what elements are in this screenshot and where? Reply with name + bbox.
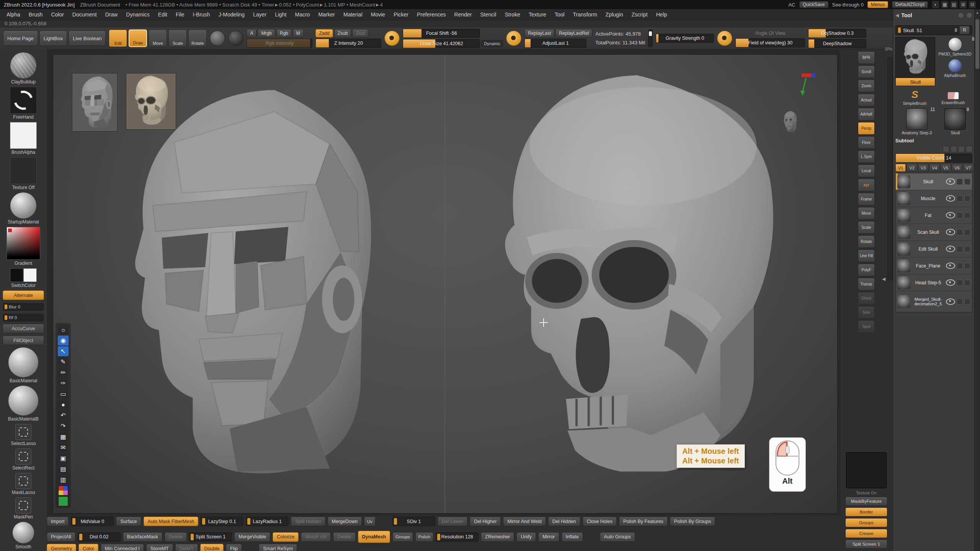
subtool-tab-v7[interactable]: V7 (963, 164, 973, 172)
uv-icon[interactable] (964, 298, 970, 305)
bulb-icon[interactable]: ☼ (58, 325, 69, 335)
menu-item[interactable]: Light (271, 10, 291, 19)
polypaint-icon[interactable] (957, 229, 963, 235)
uv-icon[interactable] (964, 212, 970, 218)
vertical-mini-slider[interactable] (648, 29, 653, 47)
auto-mask-fibermesh-button[interactable]: Auto Mask FiberMesh (144, 517, 199, 526)
local-button[interactable]: Local (858, 165, 875, 177)
visibility-eye-icon[interactable] (946, 279, 955, 286)
menu-item[interactable]: Stencil (476, 10, 500, 19)
lazyradius-slider[interactable]: LazyRadius 1 (246, 517, 289, 526)
subtool-row[interactable]: Edit Skull (896, 241, 972, 258)
inflate-button[interactable]: Inflate (562, 532, 583, 542)
alternate-button[interactable]: Alternate (1, 290, 46, 300)
brush-claybuildup[interactable]: ClayBuildup (1, 52, 46, 85)
menu-item[interactable]: Material (339, 10, 367, 19)
midvalue-slider[interactable]: MidValue 0 (71, 517, 114, 526)
texture-preview[interactable] (846, 452, 887, 488)
rotate-button[interactable]: Rotate (858, 235, 875, 248)
del-lower-button[interactable]: Del Lower (438, 517, 467, 526)
subtool-paint-icon[interactable] (951, 146, 957, 152)
subtool-uv-icon[interactable] (958, 146, 965, 152)
objshadow-slider[interactable]: ObjShadow 0.3 (808, 29, 866, 38)
spix-slider[interactable]: SPix 3 (887, 57, 893, 280)
morph-uv-button[interactable]: Morph UV (301, 532, 331, 542)
subtool-tab-v3[interactable]: V3 (918, 164, 928, 172)
texture-on-button[interactable]: Texture On (856, 491, 877, 495)
polish-by-features-button[interactable]: Polish By Features (619, 517, 668, 526)
visibility-eye-icon[interactable] (946, 246, 955, 252)
expand-icon[interactable]: ⊞ (959, 1, 967, 8)
palette-config-icon[interactable]: ▦ (941, 1, 949, 8)
dot-icon[interactable]: ● (58, 400, 69, 410)
select-rect[interactable]: SelectRect (1, 448, 46, 471)
lsym-button[interactable]: L.Sym (858, 150, 875, 163)
replay-last-button[interactable]: ReplayLast (524, 29, 554, 37)
subtool-tab-v4[interactable]: V4 (929, 164, 939, 172)
brush-smooth[interactable]: Smooth (1, 522, 46, 549)
uv-icon[interactable] (964, 280, 970, 286)
visibility-eye-icon[interactable] (946, 195, 955, 202)
delete-uv-button[interactable]: Delete (333, 532, 355, 542)
alpha-brushalpha[interactable]: BrushAlpha (1, 122, 46, 155)
dynamesh-button[interactable]: DynaMesh (358, 531, 390, 543)
dynamic-toggle[interactable]: Dynamic (481, 40, 503, 47)
colorize-button[interactable]: Colorize (273, 532, 299, 542)
anatomy-tool-slot[interactable]: 11 Anatomy Step-3 (902, 108, 932, 135)
menu-item[interactable]: Layer (249, 10, 271, 19)
alphabrush-slot[interactable]: AlphaBrush (944, 59, 966, 78)
menu-item[interactable]: Render (450, 10, 476, 19)
actual-button[interactable]: Actual (858, 94, 875, 106)
menu-item[interactable]: Draw (101, 10, 122, 19)
menu-item[interactable]: Edit (154, 10, 172, 19)
tool-r-button[interactable]: R (959, 26, 970, 34)
menu-item[interactable]: Alpha (2, 10, 24, 19)
visibility-eye-icon[interactable] (946, 229, 955, 235)
scroll-button[interactable]: Scroll (858, 65, 875, 78)
uv-icon[interactable] (964, 263, 970, 269)
subtool-all-eye-icon[interactable] (943, 146, 949, 152)
scroll-arrow-icon[interactable]: ▲ (975, 11, 980, 15)
line-fill-button[interactable]: Line Fill (858, 249, 875, 262)
auto-groups-button[interactable]: Auto Groups (600, 532, 635, 542)
cursor-icon[interactable]: ↖ (58, 346, 69, 356)
visible-count-slider[interactable]: Visible Count 14 (895, 153, 972, 163)
projectall-button[interactable]: ProjectAll (47, 532, 75, 542)
spotlight-button[interactable]: Spot (858, 320, 875, 333)
see-through-slider[interactable]: See-through 0 (832, 2, 864, 8)
polypaint-icon[interactable] (957, 179, 963, 185)
menu-item[interactable]: Movie (367, 10, 389, 19)
eraser-icon[interactable]: ▭ (58, 389, 69, 399)
crease-group-button[interactable]: Crease (845, 529, 887, 538)
subtool-folder-icon[interactable] (966, 146, 972, 152)
stroke-freehand[interactable]: FreeHand (1, 87, 46, 120)
menu-item[interactable]: Marker (314, 10, 339, 19)
m-toggle[interactable]: M (293, 29, 304, 37)
aahalf-button[interactable]: AAHalf (858, 108, 875, 121)
flip-button[interactable]: Flip (226, 544, 242, 551)
subtool-tab-v5[interactable]: V5 (941, 164, 951, 172)
menu-item[interactable]: Help (652, 10, 671, 19)
alpha-icon[interactable] (228, 31, 243, 46)
zsub-toggle[interactable]: Zsub (334, 29, 351, 37)
floor-button[interactable]: Floor (858, 136, 875, 149)
maskbyfeature-button[interactable]: MaskByFeature (845, 497, 887, 506)
reference-thumbnail-2[interactable] (126, 73, 176, 130)
panel-pin-icon[interactable] (958, 12, 964, 18)
material-startup[interactable]: StartupMaterial (1, 192, 46, 225)
menu-item[interactable]: Stroke (500, 10, 524, 19)
menu-item[interactable]: I-Brush (189, 10, 214, 19)
panel-scrollbar[interactable]: ▲ (974, 9, 980, 551)
focal-shift-icon[interactable] (384, 31, 400, 46)
move-mode-button[interactable]: Move (149, 29, 167, 47)
material-basicmaterialb[interactable]: BasicMaterialB (1, 386, 46, 422)
menu-item[interactable]: Tool (550, 10, 569, 19)
scale-mode-button[interactable]: Scale (168, 29, 187, 47)
pencil-icon[interactable]: ✏ (58, 368, 69, 378)
polypaint-icon[interactable] (957, 212, 963, 218)
redo-icon[interactable]: ↷ (58, 421, 69, 431)
menu-item[interactable]: Brush (24, 10, 47, 19)
docked-panels-icon[interactable]: ▤ (950, 1, 958, 8)
switch-color[interactable]: SwitchColor (1, 268, 46, 288)
resolution-slider[interactable]: Resolution 128 (436, 532, 479, 542)
